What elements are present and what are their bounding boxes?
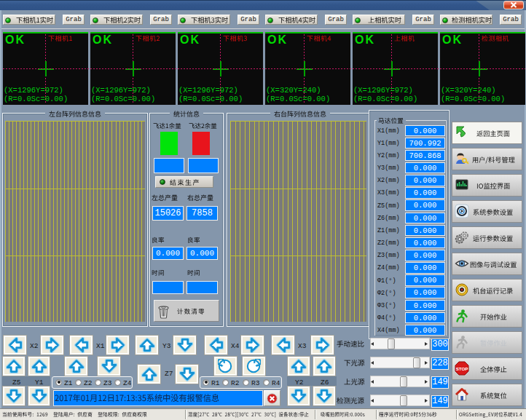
svg-text:STOP: STOP [456, 366, 468, 371]
